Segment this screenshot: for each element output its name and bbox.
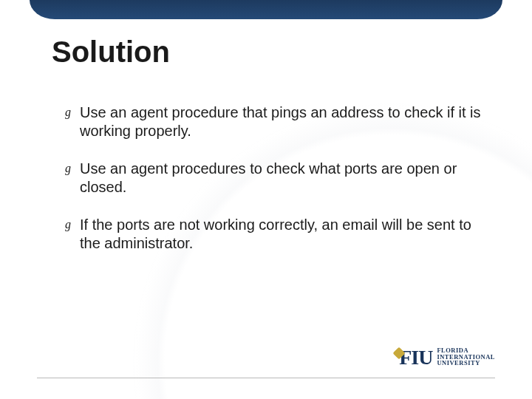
slide: Solution g Use an agent procedure that p…	[0, 0, 532, 399]
logo-text: FLORIDA INTERNATIONAL UNIVERSITY	[437, 347, 495, 369]
top-bar-decoration	[30, 0, 502, 19]
bullet-text: Use an agent procedures to check what po…	[80, 160, 457, 195]
footer-divider	[37, 378, 495, 378]
logo-line-3: UNIVERSITY	[437, 360, 495, 366]
bullet-glyph-icon: g	[65, 105, 69, 120]
bullet-item: g If the ports are not working correctly…	[65, 216, 488, 253]
content-area: g Use an agent procedure that pings an a…	[65, 103, 488, 272]
bullet-glyph-icon: g	[65, 217, 69, 232]
bullet-text: If the ports are not working correctly, …	[80, 216, 471, 251]
bullet-text: Use an agent procedure that pings an add…	[80, 104, 481, 139]
bullet-item: g Use an agent procedures to check what …	[65, 160, 488, 197]
logo-mark-text: FIU	[399, 346, 432, 369]
logo-mark: FIU	[396, 346, 432, 369]
bullet-item: g Use an agent procedure that pings an a…	[65, 103, 488, 140]
bullet-glyph-icon: g	[65, 161, 69, 176]
fiu-logo: FIU FLORIDA INTERNATIONAL UNIVERSITY	[396, 346, 495, 369]
slide-title: Solution	[52, 35, 170, 69]
